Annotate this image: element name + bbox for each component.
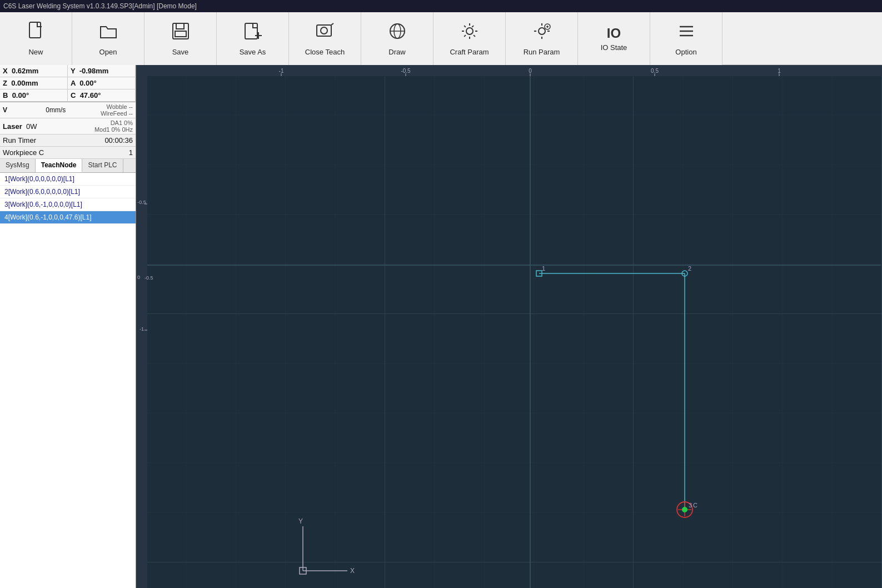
io-state-button[interactable]: IO IO State (578, 12, 650, 65)
tabs: SysMsg TeachNode Start PLC (0, 159, 136, 173)
svg-text:C: C (693, 502, 697, 509)
z-label: Z 0.00mm (0, 77, 68, 89)
v-value: 0mm/s (46, 106, 66, 114)
status-grid: X 0.62mm Y -0.98mm Z 0.00mm A 0.00° B 0.… (0, 65, 136, 102)
workpiece-label: Workpiece C (3, 148, 44, 157)
workpiece-row: Workpiece C 1 (0, 147, 136, 159)
svg-point-13 (466, 28, 473, 34)
title-text: C6S Laser Welding System v1.0.3.149.SP3[… (3, 2, 197, 10)
run-param-button[interactable]: Run Param (506, 12, 578, 65)
svg-text:-1: -1 (279, 68, 284, 74)
node-item-4[interactable]: 4[Work](0.6,-1,0,0,0,47.6)[L1] (0, 211, 136, 224)
new-button[interactable]: New (0, 12, 72, 65)
new-label: New (28, 48, 43, 56)
close-teach-button[interactable]: Close Teach (289, 12, 361, 65)
craft-param-label: Craft Param (450, 48, 489, 56)
option-label: Option (675, 48, 696, 56)
run-param-icon (532, 21, 552, 46)
node-item-3[interactable]: 3[Work](0.6,-1,0,0,0,0)[L1] (0, 198, 136, 211)
craft-param-icon (460, 21, 480, 46)
close-teach-label: Close Teach (305, 48, 345, 56)
laser-value: 0W (26, 122, 37, 131)
option-button[interactable]: Option (650, 12, 722, 65)
tab-sysmsg[interactable]: SysMsg (0, 159, 36, 172)
main-area: X 0.62mm Y -0.98mm Z 0.00mm A 0.00° B 0.… (0, 65, 882, 588)
svg-rect-3 (175, 31, 186, 37)
b-label: B 0.00° (0, 89, 68, 102)
laser-row: Laser 0W DA1 0% Mod1 0% 0Hz (0, 118, 136, 134)
wobble-wirefeed: Wobble -- WireFeed -- (101, 103, 133, 117)
v-label: V (3, 106, 11, 114)
save-as-icon (243, 21, 263, 46)
svg-text:1: 1 (542, 265, 545, 272)
a-label: A 0.00° (68, 77, 136, 89)
svg-text:1: 1 (778, 68, 781, 74)
save-as-button[interactable]: Save As (217, 12, 289, 65)
svg-line-9 (331, 23, 333, 25)
svg-rect-22 (136, 65, 882, 76)
svg-text:-0.5: -0.5 (401, 68, 411, 74)
laser-label: Laser (3, 122, 22, 131)
toolbar: New Open Save Save As Close Teach Draw (0, 12, 882, 65)
run-param-label: Run Param (524, 48, 560, 56)
svg-rect-25 (147, 76, 882, 588)
run-timer-value: 00:00:36 (104, 136, 133, 144)
open-label: Open (99, 48, 117, 56)
svg-text:X: X (350, 567, 355, 575)
x-label: X 0.62mm (0, 65, 68, 77)
tab-startplc[interactable]: Start PLC (82, 159, 123, 172)
velocity-wobble-row: V 0mm/s Wobble -- WireFeed -- (0, 102, 136, 118)
open-button[interactable]: Open (72, 12, 144, 65)
save-label: Save (172, 48, 189, 56)
svg-text:2: 2 (688, 265, 691, 272)
svg-text:3: 3 (689, 502, 692, 509)
draw-icon (387, 21, 407, 46)
laser-da-mod: DA1 0% Mod1 0% 0Hz (94, 119, 133, 133)
y-label: Y -0.98mm (68, 65, 136, 77)
save-icon (171, 21, 191, 46)
svg-rect-4 (245, 23, 257, 39)
io-state-label: IO State (601, 43, 627, 52)
node-item-1[interactable]: 1[Work](0,0,0,0,0,0)[L1] (0, 173, 136, 186)
svg-text:0: 0 (137, 275, 140, 280)
draw-label: Draw (388, 48, 405, 56)
draw-button[interactable]: Draw (361, 12, 433, 65)
close-teach-icon (315, 21, 335, 46)
save-as-label: Save As (240, 48, 266, 56)
svg-point-8 (321, 27, 327, 34)
svg-rect-2 (176, 23, 184, 29)
run-timer-row: Run Timer 00:00:36 (0, 134, 136, 147)
c-label: C 47.60° (68, 89, 136, 102)
grid-svg: -1 -0.5 0 0.5 1 0 -0.5 -0.5 -1 (136, 65, 882, 588)
left-panel: X 0.62mm Y -0.98mm Z 0.00mm A 0.00° B 0.… (0, 65, 136, 588)
svg-point-14 (539, 28, 545, 34)
new-icon (26, 21, 46, 46)
canvas-area[interactable]: -1 -0.5 0 0.5 1 0 -0.5 -0.5 -1 (136, 65, 882, 588)
run-timer-label: Run Timer (3, 136, 36, 144)
open-icon (98, 21, 118, 46)
svg-text:0: 0 (529, 68, 532, 74)
node-item-2[interactable]: 2[Work](0.6,0,0,0,0,0)[L1] (0, 186, 136, 198)
svg-text:Y: Y (298, 517, 303, 525)
title-bar: C6S Laser Welding System v1.0.3.149.SP3[… (0, 0, 882, 12)
svg-text:-0.5: -0.5 (144, 275, 153, 281)
svg-text:-1: -1 (139, 326, 144, 332)
workpiece-value: 1 (129, 148, 133, 157)
option-icon (676, 21, 696, 46)
save-button[interactable]: Save (144, 12, 217, 65)
io-state-icon: IO (607, 26, 621, 41)
tab-teachnode[interactable]: TeachNode (36, 159, 83, 172)
svg-point-53 (682, 507, 687, 512)
svg-text:0.5: 0.5 (651, 68, 659, 74)
node-list: 1[Work](0,0,0,0,0,0)[L1] 2[Work](0.6,0,0… (0, 173, 136, 588)
svg-rect-0 (29, 22, 41, 38)
craft-param-button[interactable]: Craft Param (433, 12, 506, 65)
